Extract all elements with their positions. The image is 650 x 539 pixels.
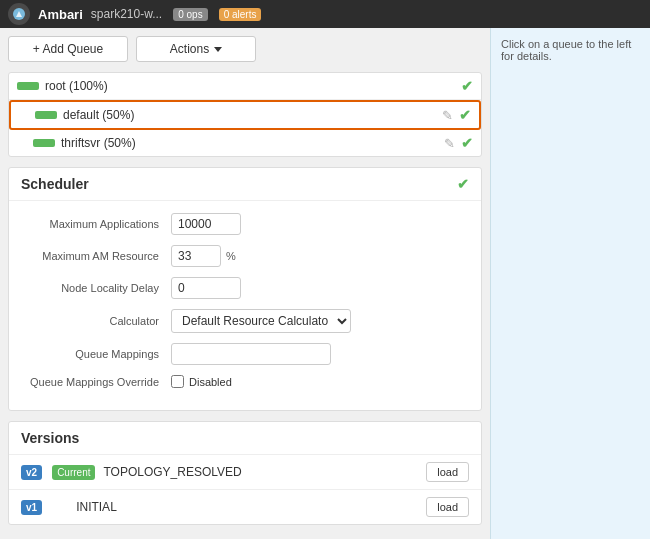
queue-item-default[interactable]: default (50%) ✎ ✔ <box>9 100 481 130</box>
queue-indicator-default <box>35 111 57 119</box>
node-locality-row: Node Locality Delay <box>21 277 469 299</box>
queue-check-thriftsvr: ✔ <box>461 135 473 151</box>
max-am-resource-input[interactable] <box>171 245 221 267</box>
max-am-resource-label: Maximum AM Resource <box>21 250 171 262</box>
scheduler-body: Maximum Applications Maximum AM Resource… <box>9 201 481 410</box>
queue-indicator-root <box>17 82 39 90</box>
max-applications-row: Maximum Applications <box>21 213 469 235</box>
queue-check-root: ✔ <box>461 78 473 94</box>
queue-item-thriftsvr[interactable]: thriftsvr (50%) ✎ ✔ <box>9 130 481 156</box>
node-locality-input[interactable] <box>171 277 241 299</box>
queue-mappings-override-value: Disabled <box>189 376 232 388</box>
calculator-select[interactable]: Default Resource Calculator <box>171 309 351 333</box>
versions-title: Versions <box>9 422 481 455</box>
version-row-v2: v2 Current TOPOLOGY_RESOLVED load <box>9 455 481 490</box>
versions-section: Versions v2 Current TOPOLOGY_RESOLVED lo… <box>8 421 482 525</box>
node-locality-label: Node Locality Delay <box>21 282 171 294</box>
queue-indicator-thriftsvr <box>33 139 55 147</box>
queue-mappings-override-row: Queue Mappings Override Disabled <box>21 375 469 388</box>
edit-icon-default: ✎ <box>442 108 453 123</box>
queue-mappings-override-checkbox-row: Disabled <box>171 375 232 388</box>
current-badge-v2: Current <box>52 465 95 480</box>
edit-icon-thriftsvr: ✎ <box>444 136 455 151</box>
cluster-name: spark210-w... <box>91 7 162 21</box>
version-name-v2: TOPOLOGY_RESOLVED <box>103 465 418 479</box>
max-am-resource-row: Maximum AM Resource % <box>21 245 469 267</box>
scheduler-check-icon: ✔ <box>457 176 469 192</box>
scheduler-title: Scheduler <box>21 176 89 192</box>
load-button-v2[interactable]: load <box>426 462 469 482</box>
queue-name-default: default (50%) <box>63 108 436 122</box>
queue-mappings-label: Queue Mappings <box>21 348 171 360</box>
queue-mappings-override-label: Queue Mappings Override <box>21 376 171 388</box>
queue-list: root (100%) ✔ default (50%) ✎ ✔ thriftsv… <box>8 72 482 157</box>
app-title: Ambari <box>38 7 83 22</box>
version-badge-v1: v1 <box>21 500 42 515</box>
queue-check-default: ✔ <box>459 107 471 123</box>
actions-label: Actions <box>170 42 209 56</box>
navbar: Ambari spark210-w... 0 ops 0 alerts <box>0 0 650 28</box>
max-applications-input[interactable] <box>171 213 241 235</box>
version-badge-v2: v2 <box>21 465 42 480</box>
calculator-label: Calculator <box>21 315 171 327</box>
scheduler-section: Scheduler ✔ Maximum Applications Maximum… <box>8 167 482 411</box>
load-button-v1[interactable]: load <box>426 497 469 517</box>
version-name-v1: INITIAL <box>76 500 418 514</box>
right-panel-hint: Click on a queue to the left for details… <box>501 38 631 62</box>
queue-name-thriftsvr: thriftsvr (50%) <box>61 136 438 150</box>
queue-mappings-row: Queue Mappings <box>21 343 469 365</box>
queue-mappings-override-checkbox[interactable] <box>171 375 184 388</box>
actions-dropdown-icon <box>214 47 222 52</box>
actions-button[interactable]: Actions <box>136 36 256 62</box>
left-panel: + Add Queue Actions root (100%) ✔ defaul… <box>0 28 490 539</box>
ops-badge: 0 ops <box>173 8 207 21</box>
right-panel: Click on a queue to the left for details… <box>490 28 650 539</box>
version-row-v1: v1 INITIAL load <box>9 490 481 524</box>
main-content: + Add Queue Actions root (100%) ✔ defaul… <box>0 28 650 539</box>
scheduler-header: Scheduler ✔ <box>9 168 481 201</box>
queue-name-root: root (100%) <box>45 79 455 93</box>
queue-item-root[interactable]: root (100%) ✔ <box>9 73 481 100</box>
max-applications-label: Maximum Applications <box>21 218 171 230</box>
add-queue-button[interactable]: + Add Queue <box>8 36 128 62</box>
percent-label: % <box>226 250 236 262</box>
calculator-row: Calculator Default Resource Calculator <box>21 309 469 333</box>
queue-mappings-input[interactable] <box>171 343 331 365</box>
alerts-badge: 0 alerts <box>219 8 262 21</box>
ambari-logo <box>8 3 30 25</box>
toolbar: + Add Queue Actions <box>8 36 482 62</box>
